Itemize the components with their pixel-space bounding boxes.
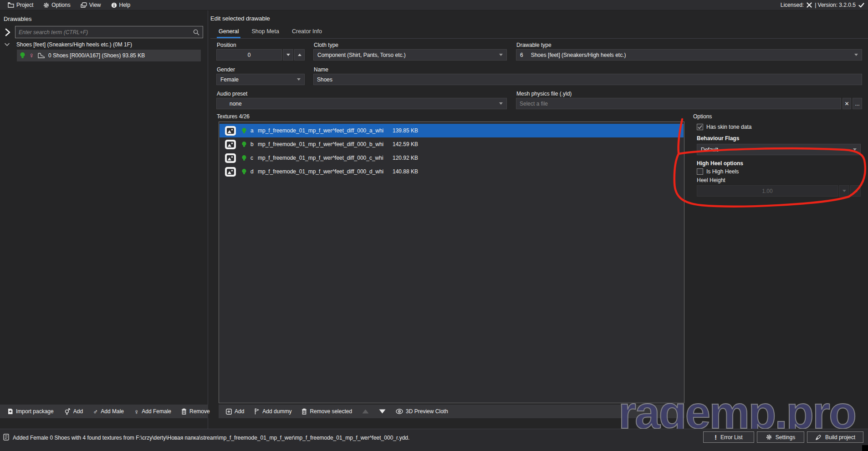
- menu-help[interactable]: Help: [107, 0, 135, 10]
- texture-name: mp_f_freemode_01_mp_f_wer^feet_diff_000_…: [258, 127, 393, 134]
- build-project-button[interactable]: Build project: [807, 431, 863, 443]
- mesh-physics-input[interactable]: [516, 98, 841, 109]
- image-icon: [225, 140, 236, 149]
- behaviour-flags-select[interactable]: Default: [697, 144, 861, 155]
- options-title: Options: [693, 113, 712, 120]
- flag-icon: [254, 408, 260, 415]
- name-input[interactable]: [313, 74, 862, 85]
- tab-creator-info[interactable]: Creator Info: [287, 26, 327, 38]
- texture-letter: d: [250, 168, 258, 175]
- arrow-up-icon: [362, 409, 369, 414]
- behaviour-flags-label: Behaviour Flags: [697, 135, 739, 142]
- search-icon: [193, 29, 199, 35]
- menu-view[interactable]: View: [77, 0, 105, 10]
- position-spinner: 0: [216, 49, 305, 61]
- menu-project-label: Project: [16, 2, 33, 8]
- heel-height-input[interactable]: 1.00: [697, 185, 838, 197]
- texture-row[interactable]: a mp_f_freemode_01_mp_f_wer^feet_diff_00…: [220, 124, 684, 137]
- has-skin-tone-checkbox[interactable]: [697, 124, 703, 130]
- female-icon: ♀: [29, 52, 34, 59]
- chevron-down-icon: [854, 54, 858, 56]
- menu-options[interactable]: Options: [39, 0, 74, 10]
- heel-height-decrement-button[interactable]: [839, 185, 849, 197]
- tab-shop-meta[interactable]: Shop Meta: [247, 26, 283, 38]
- bulb-icon: [241, 141, 247, 148]
- expand-tree-button[interactable]: [4, 28, 11, 36]
- name-label: Name: [314, 66, 328, 73]
- texture-remove-selected-label: Remove selected: [310, 408, 352, 415]
- gender-label: Gender: [217, 66, 235, 73]
- menu-options-label: Options: [51, 2, 70, 8]
- add-label: Add: [73, 408, 83, 415]
- view-icon: [81, 2, 87, 8]
- is-high-heels-checkbox[interactable]: [697, 168, 703, 175]
- tree-group-label: Shoes [feet] (Sneakers/High heels etc.) …: [16, 41, 132, 48]
- bulb-icon: [241, 168, 247, 175]
- tree-item-drawable[interactable]: ♀ 0 Shoes [R000/A167] (Shoes) 93.85 KB: [17, 50, 201, 61]
- chevron-down-icon: [499, 54, 503, 56]
- add-female-button[interactable]: ♀ Add Female: [129, 405, 176, 418]
- texture-letter: b: [250, 141, 258, 147]
- error-list-button[interactable]: ! Error List: [703, 431, 754, 443]
- status-message: Added Female 0 Shoes with 4 found textur…: [13, 435, 409, 441]
- texture-move-down-button[interactable]: [374, 405, 390, 418]
- gear-icon: [43, 2, 49, 8]
- add-male-button[interactable]: ♂ Add Male: [88, 405, 128, 418]
- gender-select[interactable]: Female: [216, 74, 305, 85]
- menu-project[interactable]: Project: [4, 0, 37, 10]
- male-icon: ♂: [93, 408, 98, 415]
- tree-group-shoes[interactable]: Shoes [feet] (Sneakers/High heels etc.) …: [5, 40, 132, 50]
- preview-cloth-label: 3D Preview Cloth: [406, 408, 448, 415]
- heel-height-spinner: 1.00: [697, 185, 861, 197]
- textures-toolbar: Add Add dummy Remove selected 3D Preview…: [219, 405, 684, 418]
- texture-add-dummy-button[interactable]: Add dummy: [250, 405, 296, 418]
- info-icon: [111, 2, 117, 8]
- editor-title: Edit selected drawable: [210, 15, 270, 22]
- texture-size: 139.85 KB: [393, 127, 418, 134]
- texture-list: a mp_f_freemode_01_mp_f_wer^feet_diff_00…: [219, 122, 684, 403]
- status-bar: Added Female 0 Shoes with 4 found textur…: [0, 429, 868, 451]
- trash-icon: [301, 408, 307, 415]
- audio-preset-select[interactable]: none: [216, 98, 507, 109]
- drawables-toolbar: Import package Add ♂ Add Male ♀ Add Fema…: [0, 405, 208, 418]
- cloth-type-value: Component (Shirt, Pants, Torso etc.): [317, 52, 406, 58]
- add-female-label: Add Female: [142, 408, 171, 415]
- image-icon: [225, 167, 236, 177]
- texture-row[interactable]: b mp_f_freemode_01_mp_f_wer^feet_diff_00…: [220, 137, 684, 151]
- position-label: Position: [217, 42, 236, 48]
- gender-value: Female: [220, 76, 239, 83]
- texture-row[interactable]: c mp_f_freemode_01_mp_f_wer^feet_diff_00…: [220, 151, 684, 165]
- texture-letter: c: [250, 155, 258, 161]
- settings-label: Settings: [776, 434, 795, 441]
- position-decrement-button[interactable]: [283, 49, 293, 61]
- texture-add-label: Add: [235, 408, 244, 415]
- tab-general[interactable]: General: [214, 26, 243, 38]
- settings-button[interactable]: Settings: [757, 431, 804, 443]
- search-input[interactable]: [15, 26, 203, 38]
- drawable-type-select[interactable]: 6 Shoes [feet] (Sneakers/High heels etc.…: [516, 49, 862, 61]
- texture-remove-selected-button[interactable]: Remove selected: [297, 405, 357, 418]
- editor-tabs: General Shop Meta Creator Info: [210, 26, 868, 39]
- cloth-type-select[interactable]: Component (Shirt, Pants, Torso etc.): [313, 49, 507, 61]
- import-package-button[interactable]: Import package: [3, 405, 58, 418]
- heel-height-increment-button[interactable]: [850, 185, 861, 197]
- texture-name: mp_f_freemode_01_mp_f_wer^feet_diff_000_…: [258, 141, 393, 147]
- position-input[interactable]: 0: [216, 49, 282, 61]
- texture-row[interactable]: d mp_f_freemode_01_mp_f_wer^feet_diff_00…: [220, 165, 684, 178]
- has-skin-tone-label: Has skin tone data: [706, 124, 751, 130]
- texture-move-up-button[interactable]: [357, 405, 373, 418]
- mesh-clear-button[interactable]: ✕: [842, 98, 851, 109]
- mesh-browse-button[interactable]: ...: [853, 98, 862, 109]
- preview-cloth-button[interactable]: 3D Preview Cloth: [391, 405, 453, 418]
- import-package-label: Import package: [16, 408, 54, 415]
- position-increment-button[interactable]: [294, 49, 305, 61]
- add-button[interactable]: Add: [59, 405, 87, 418]
- mesh-physics-label: Mesh physics file (.yld): [516, 91, 572, 97]
- chevron-down-icon: [5, 43, 10, 46]
- audio-preset-label: Audio preset: [217, 91, 247, 97]
- texture-add-button[interactable]: Add: [221, 405, 249, 418]
- remove-button[interactable]: Remove: [177, 405, 214, 418]
- texture-size: 140.88 KB: [393, 168, 418, 175]
- texture-add-dummy-label: Add dummy: [262, 408, 291, 415]
- chevron-down-icon: [499, 102, 503, 105]
